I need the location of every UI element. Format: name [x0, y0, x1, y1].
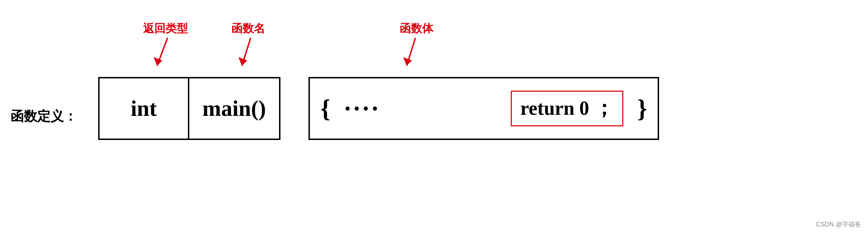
return-type-label: 返回类型: [143, 21, 188, 36]
watermark: CSDN @字福爸: [816, 220, 861, 229]
dots: ····: [344, 94, 497, 123]
func-name-annotation: 函数名: [231, 21, 266, 73]
func-name-arrow: [238, 38, 266, 73]
int-text: int: [131, 96, 157, 121]
box-int: int: [98, 77, 189, 140]
func-body-arrow: [403, 38, 431, 73]
return-type-annotation: 返回类型: [143, 21, 188, 73]
box-body: { ···· return 0 ； }: [308, 77, 659, 140]
diagram-area: 返回类型 函数名 函数体: [98, 21, 840, 204]
func-def-text: 函数定义：: [11, 108, 77, 123]
boxes-row: int main() { ···· return 0 ； }: [98, 77, 659, 140]
page-container: 函数定义： 返回类型 函数名: [0, 0, 868, 232]
watermark-text: CSDN @字福爸: [816, 221, 861, 228]
box-main: main(): [189, 77, 280, 140]
brace-close: }: [637, 94, 647, 123]
brace-open: {: [320, 94, 330, 123]
svg-marker-5: [403, 57, 412, 66]
svg-marker-3: [238, 57, 247, 66]
func-body-annotation: 函数体: [400, 21, 433, 73]
return-type-arrow: [154, 38, 182, 73]
func-body-label: 函数体: [400, 21, 433, 36]
svg-marker-1: [154, 57, 162, 66]
main-text: main(): [202, 96, 266, 121]
func-def-label: 函数定义：: [11, 107, 77, 125]
return-stmt: return 0 ；: [520, 95, 614, 122]
func-name-label: 函数名: [231, 21, 266, 36]
box-return: return 0 ；: [511, 91, 623, 126]
